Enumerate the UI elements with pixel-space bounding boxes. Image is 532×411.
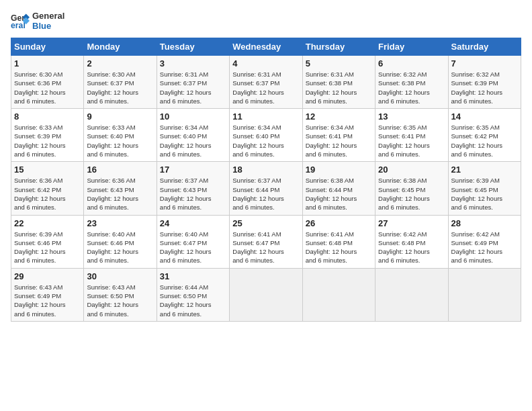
day-number: 7	[451, 58, 518, 68]
calendar-cell: 15 Sunrise: 6:36 AMSunset: 6:42 PMDaylig…	[11, 162, 84, 215]
day-info: Sunrise: 6:36 AMSunset: 6:43 PMDaylight:…	[87, 177, 138, 211]
day-number: 26	[306, 218, 372, 228]
day-info: Sunrise: 6:32 AMSunset: 6:38 PMDaylight:…	[378, 71, 430, 105]
logo: Gen eral General Blue	[11, 11, 64, 31]
calendar-cell: 4 Sunrise: 6:31 AMSunset: 6:37 PMDayligh…	[230, 56, 302, 109]
day-number: 14	[451, 111, 518, 122]
calendar-cell: 19 Sunrise: 6:38 AMSunset: 6:44 PMDaylig…	[302, 162, 375, 215]
day-info: Sunrise: 6:38 AMSunset: 6:45 PMDaylight:…	[378, 177, 430, 211]
calendar-cell: 26 Sunrise: 6:41 AMSunset: 6:48 PMDaylig…	[302, 215, 375, 268]
day-info: Sunrise: 6:43 AMSunset: 6:49 PMDaylight:…	[14, 283, 66, 318]
day-info: Sunrise: 6:43 AMSunset: 6:50 PMDaylight:…	[87, 283, 138, 318]
header: Gen eral General Blue	[11, 11, 521, 31]
day-info: Sunrise: 6:35 AMSunset: 6:42 PMDaylight:…	[451, 124, 503, 158]
logo-text-line2: Blue	[32, 21, 64, 31]
calendar-cell: 5 Sunrise: 6:31 AMSunset: 6:38 PMDayligh…	[302, 56, 375, 109]
day-number: 17	[160, 165, 226, 175]
day-info: Sunrise: 6:32 AMSunset: 6:39 PMDaylight:…	[451, 71, 503, 105]
day-number: 15	[14, 165, 81, 175]
calendar-cell: 24 Sunrise: 6:40 AMSunset: 6:47 PMDaylig…	[157, 215, 229, 268]
calendar-cell: 17 Sunrise: 6:37 AMSunset: 6:43 PMDaylig…	[157, 162, 229, 215]
calendar-cell: 27 Sunrise: 6:42 AMSunset: 6:48 PMDaylig…	[375, 215, 448, 268]
day-info: Sunrise: 6:34 AMSunset: 6:40 PMDaylight:…	[232, 124, 284, 158]
day-number: 3	[160, 58, 226, 68]
calendar-cell: 7 Sunrise: 6:32 AMSunset: 6:39 PMDayligh…	[448, 56, 521, 109]
calendar-cell	[302, 268, 375, 321]
day-number: 11	[232, 111, 299, 122]
week-row-3: 15 Sunrise: 6:36 AMSunset: 6:42 PMDaylig…	[11, 162, 521, 215]
day-number: 25	[232, 218, 299, 228]
day-number: 31	[160, 271, 226, 281]
day-number: 23	[87, 218, 153, 228]
calendar-cell: 21 Sunrise: 6:39 AMSunset: 6:45 PMDaylig…	[448, 162, 521, 215]
calendar-cell	[230, 268, 302, 321]
day-number: 19	[306, 165, 372, 175]
day-number: 22	[14, 218, 81, 228]
column-header-friday: Friday	[375, 38, 448, 56]
calendar-cell: 9 Sunrise: 6:33 AMSunset: 6:40 PMDayligh…	[84, 109, 157, 162]
column-header-monday: Monday	[84, 38, 157, 56]
week-row-5: 29 Sunrise: 6:43 AMSunset: 6:49 PMDaylig…	[11, 268, 521, 321]
day-info: Sunrise: 6:39 AMSunset: 6:46 PMDaylight:…	[14, 230, 66, 265]
day-info: Sunrise: 6:42 AMSunset: 6:48 PMDaylight:…	[378, 230, 430, 265]
day-number: 28	[451, 218, 518, 228]
day-info: Sunrise: 6:31 AMSunset: 6:37 PMDaylight:…	[232, 71, 284, 105]
calendar-table: SundayMondayTuesdayWednesdayThursdayFrid…	[11, 38, 521, 322]
day-number: 9	[87, 111, 153, 122]
day-info: Sunrise: 6:37 AMSunset: 6:43 PMDaylight:…	[160, 177, 212, 211]
day-info: Sunrise: 6:37 AMSunset: 6:44 PMDaylight:…	[232, 177, 284, 211]
day-info: Sunrise: 6:42 AMSunset: 6:49 PMDaylight:…	[451, 230, 503, 265]
calendar-cell: 13 Sunrise: 6:35 AMSunset: 6:41 PMDaylig…	[375, 109, 448, 162]
calendar-cell: 10 Sunrise: 6:34 AMSunset: 6:40 PMDaylig…	[157, 109, 229, 162]
calendar-cell: 14 Sunrise: 6:35 AMSunset: 6:42 PMDaylig…	[448, 109, 521, 162]
svg-text:eral: eral	[11, 21, 26, 30]
calendar-cell: 6 Sunrise: 6:32 AMSunset: 6:38 PMDayligh…	[375, 56, 448, 109]
day-info: Sunrise: 6:39 AMSunset: 6:45 PMDaylight:…	[451, 177, 503, 211]
calendar-cell: 11 Sunrise: 6:34 AMSunset: 6:40 PMDaylig…	[230, 109, 302, 162]
calendar-cell: 16 Sunrise: 6:36 AMSunset: 6:43 PMDaylig…	[84, 162, 157, 215]
day-number: 18	[232, 165, 299, 175]
calendar-cell: 18 Sunrise: 6:37 AMSunset: 6:44 PMDaylig…	[230, 162, 302, 215]
day-info: Sunrise: 6:38 AMSunset: 6:44 PMDaylight:…	[306, 177, 357, 211]
week-row-2: 8 Sunrise: 6:33 AMSunset: 6:39 PMDayligh…	[11, 109, 521, 162]
logo-text-line1: General	[32, 11, 64, 21]
day-number: 10	[160, 111, 226, 122]
column-header-thursday: Thursday	[302, 38, 375, 56]
day-info: Sunrise: 6:44 AMSunset: 6:50 PMDaylight:…	[160, 283, 212, 318]
column-header-wednesday: Wednesday	[230, 38, 302, 56]
day-info: Sunrise: 6:30 AMSunset: 6:37 PMDaylight:…	[87, 71, 138, 105]
day-number: 4	[232, 58, 299, 68]
calendar-cell: 3 Sunrise: 6:31 AMSunset: 6:37 PMDayligh…	[157, 56, 229, 109]
day-number: 12	[306, 111, 372, 122]
day-number: 20	[378, 165, 445, 175]
day-info: Sunrise: 6:41 AMSunset: 6:47 PMDaylight:…	[232, 230, 284, 265]
day-info: Sunrise: 6:40 AMSunset: 6:46 PMDaylight:…	[87, 230, 138, 265]
calendar-cell: 22 Sunrise: 6:39 AMSunset: 6:46 PMDaylig…	[11, 215, 84, 268]
day-info: Sunrise: 6:34 AMSunset: 6:41 PMDaylight:…	[306, 124, 357, 158]
column-header-tuesday: Tuesday	[157, 38, 229, 56]
day-number: 6	[378, 58, 445, 68]
calendar-cell	[375, 268, 448, 321]
header-row: SundayMondayTuesdayWednesdayThursdayFrid…	[11, 38, 521, 56]
calendar-cell	[448, 268, 521, 321]
day-info: Sunrise: 6:35 AMSunset: 6:41 PMDaylight:…	[378, 124, 430, 158]
day-info: Sunrise: 6:33 AMSunset: 6:40 PMDaylight:…	[87, 124, 138, 158]
calendar-cell: 29 Sunrise: 6:43 AMSunset: 6:49 PMDaylig…	[11, 268, 84, 321]
day-info: Sunrise: 6:30 AMSunset: 6:36 PMDaylight:…	[14, 71, 66, 105]
calendar-cell: 30 Sunrise: 6:43 AMSunset: 6:50 PMDaylig…	[84, 268, 157, 321]
day-info: Sunrise: 6:40 AMSunset: 6:47 PMDaylight:…	[160, 230, 212, 265]
day-number: 16	[87, 165, 153, 175]
column-header-sunday: Sunday	[11, 38, 84, 56]
day-info: Sunrise: 6:33 AMSunset: 6:39 PMDaylight:…	[14, 124, 66, 158]
day-number: 27	[378, 218, 445, 228]
day-number: 29	[14, 271, 81, 281]
day-number: 1	[14, 58, 81, 68]
week-row-4: 22 Sunrise: 6:39 AMSunset: 6:46 PMDaylig…	[11, 215, 521, 268]
week-row-1: 1 Sunrise: 6:30 AMSunset: 6:36 PMDayligh…	[11, 56, 521, 109]
calendar-cell: 31 Sunrise: 6:44 AMSunset: 6:50 PMDaylig…	[157, 268, 229, 321]
day-info: Sunrise: 6:31 AMSunset: 6:38 PMDaylight:…	[306, 71, 357, 105]
day-number: 24	[160, 218, 226, 228]
day-number: 21	[451, 165, 518, 175]
day-info: Sunrise: 6:31 AMSunset: 6:37 PMDaylight:…	[160, 71, 212, 105]
column-header-saturday: Saturday	[448, 38, 521, 56]
